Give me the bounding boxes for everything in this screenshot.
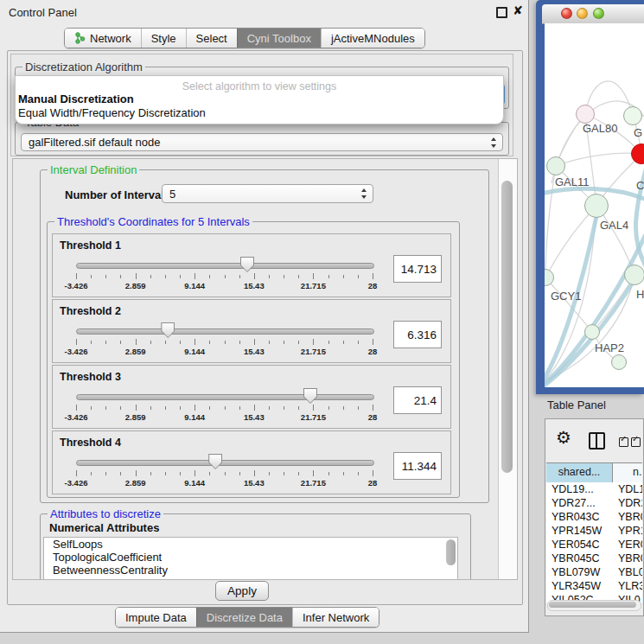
slider-track[interactable] bbox=[76, 328, 374, 335]
tab-infer-network[interactable]: Infer Network bbox=[292, 608, 379, 627]
column-header-shared-name[interactable]: shared... bbox=[546, 463, 613, 482]
algorithm-option-equal-width-frequency-discretization[interactable]: Equal Width/Frequency Discretization bbox=[16, 106, 503, 120]
tab-style[interactable]: Style bbox=[141, 29, 186, 48]
network-node[interactable] bbox=[624, 265, 644, 285]
node-label: G bbox=[634, 126, 642, 139]
slider-track[interactable] bbox=[76, 394, 374, 400]
tab-cyni-toolbox[interactable]: Cyni Toolbox bbox=[237, 29, 321, 48]
network-node[interactable] bbox=[611, 354, 627, 370]
slider-thumb[interactable] bbox=[161, 322, 175, 338]
apply-button[interactable]: Apply bbox=[215, 581, 269, 601]
attributes-listbox[interactable]: SelfLoopsTopologicalCoefficientBetweenne… bbox=[43, 537, 458, 580]
table-row[interactable]: YBR045CYBR0 bbox=[546, 552, 642, 565]
tick-label: -3.426 bbox=[65, 478, 88, 488]
network-window-titlebar bbox=[542, 4, 644, 24]
tick-mark bbox=[180, 406, 181, 410]
network-node[interactable] bbox=[584, 194, 609, 218]
tick-label: 28 bbox=[368, 478, 378, 488]
threshold-list: Threshold 1 -3.4262.8599.14415.4321.7152… bbox=[52, 233, 451, 496]
slider-thumb[interactable] bbox=[208, 454, 222, 469]
tick-mark bbox=[105, 341, 106, 344]
table-cell-name: YBR0 bbox=[613, 552, 642, 565]
table-row[interactable]: YER054CYER0 bbox=[546, 538, 642, 552]
threshold-panel: Threshold 3 -3.4262.8599.14415.4321.7152… bbox=[52, 365, 451, 429]
tick-mark bbox=[136, 470, 137, 476]
gear-icon[interactable]: ⚙ bbox=[556, 429, 571, 446]
tab-jactivemnodules[interactable]: jActiveMNodules bbox=[321, 29, 424, 48]
threshold-label: Threshold 3 bbox=[60, 371, 121, 383]
table-cell-name: YER0 bbox=[613, 538, 642, 552]
slider-tick-labels: -3.4262.8599.14415.4321.71528 bbox=[76, 347, 373, 357]
network-node[interactable] bbox=[623, 106, 642, 125]
tick-mark bbox=[343, 472, 344, 475]
list-scrollbar-thumb[interactable] bbox=[446, 539, 456, 565]
table-row[interactable]: YDL19...YDL1 bbox=[546, 482, 642, 496]
checkbox-icon[interactable] bbox=[631, 437, 641, 447]
network-node[interactable] bbox=[584, 324, 600, 340]
algorithm-option-manual-discretization[interactable]: Manual Discretization bbox=[16, 92, 503, 106]
tick-mark bbox=[194, 273, 195, 279]
tab-impute-data[interactable]: Impute Data bbox=[116, 608, 196, 627]
table-row[interactable]: YPR145WYPR1 bbox=[546, 524, 642, 538]
threshold-slider[interactable]: -3.4262.8599.14415.4321.71528 bbox=[76, 325, 373, 358]
node-label: GAL11 bbox=[555, 175, 590, 188]
slider-track[interactable] bbox=[76, 263, 374, 269]
network-node[interactable] bbox=[546, 156, 565, 175]
tab-discretize-data[interactable]: Discretize Data bbox=[196, 608, 292, 627]
control-panel-window: Control Panel ✘ NetworkStyleSelectCyni T… bbox=[0, 0, 529, 633]
checkbox-icon[interactable] bbox=[619, 437, 628, 447]
tick-label: 9.144 bbox=[184, 281, 205, 290]
table-data-combo[interactable]: galFiltered.sif default node bbox=[21, 133, 503, 151]
table-row[interactable]: YBL079WYBL0 bbox=[546, 565, 642, 579]
network-canvas[interactable]: GAL80GGAL11CGAL4GCY1HHAP2 bbox=[545, 23, 644, 387]
table-cell-shared-name: YLR345W bbox=[546, 579, 613, 593]
minimize-traffic-light-icon[interactable] bbox=[577, 8, 588, 19]
slider-tick-labels: -3.4262.8599.14415.4321.71528 bbox=[76, 412, 373, 423]
table-body: YDL19...YDL1YDR27...YDR2YBR043CYBR0YPR14… bbox=[546, 482, 642, 603]
table-cell-shared-name: YPR145W bbox=[546, 524, 613, 538]
threshold-value-field[interactable]: 6.316 bbox=[393, 321, 442, 348]
table-horizontal-scrollbar[interactable] bbox=[547, 600, 641, 611]
network-view-window: GAL80GGAL11CGAL4GCY1HHAP2 bbox=[536, 0, 644, 394]
attribute-item[interactable]: TopologicalCoefficient bbox=[44, 551, 457, 564]
table-row[interactable]: YBR043CYBR0 bbox=[546, 510, 642, 524]
network-node[interactable] bbox=[576, 105, 595, 124]
tab-select[interactable]: Select bbox=[186, 29, 237, 48]
tick-mark bbox=[209, 472, 210, 475]
close-icon[interactable]: ✘ bbox=[513, 3, 523, 17]
threshold-slider[interactable]: -3.4262.8599.14415.4321.71528 bbox=[76, 391, 373, 424]
table-row[interactable]: YDR27...YDR2 bbox=[546, 496, 642, 510]
zoom-traffic-light-icon[interactable] bbox=[593, 8, 604, 19]
number-of-intervals-combo[interactable]: 5 bbox=[162, 184, 373, 203]
threshold-value-field[interactable]: 11.344 bbox=[393, 452, 442, 480]
columns-icon[interactable] bbox=[589, 432, 605, 450]
close-traffic-light-icon[interactable] bbox=[561, 8, 572, 19]
attribute-item[interactable]: SelfLoops bbox=[44, 538, 457, 551]
tab-network[interactable]: Network bbox=[65, 29, 141, 48]
threshold-slider[interactable]: -3.4262.8599.14415.4321.71528 bbox=[76, 456, 373, 489]
table-cell-name: YPR1 bbox=[613, 524, 642, 538]
slider-thumb[interactable] bbox=[240, 257, 254, 272]
tick-mark bbox=[328, 341, 329, 344]
tick-mark bbox=[165, 406, 166, 410]
table-cell-shared-name: YDR27... bbox=[546, 496, 613, 510]
tick-label: 2.859 bbox=[125, 281, 146, 290]
attribute-item[interactable]: BetweennessCentrality bbox=[44, 564, 457, 577]
slider-track[interactable] bbox=[76, 460, 374, 466]
column-header-name[interactable]: n... bbox=[613, 463, 642, 482]
panel-scrollbar-thumb[interactable] bbox=[501, 181, 513, 473]
panel-scrollbar[interactable] bbox=[498, 159, 517, 579]
table-panel-title: Table Panel bbox=[547, 399, 606, 411]
number-of-intervals-row: Number of Intervals 5 bbox=[41, 184, 488, 205]
threshold-panel: Threshold 2 -3.4262.8599.14415.4321.7152… bbox=[52, 299, 451, 363]
algorithm-dropdown-popup: Select algorithm to view settings Manual… bbox=[15, 75, 504, 124]
threshold-value-field[interactable]: 14.713 bbox=[393, 255, 442, 283]
table-row[interactable]: YLR345WYLR3 bbox=[546, 579, 642, 593]
slider-thumb[interactable] bbox=[303, 388, 317, 404]
float-window-icon[interactable] bbox=[496, 7, 507, 18]
table-horizontal-scrollbar-thumb[interactable] bbox=[549, 602, 636, 608]
threshold-slider[interactable]: -3.4262.8599.14415.4321.71528 bbox=[76, 259, 373, 292]
threshold-value-field[interactable]: 21.4 bbox=[393, 386, 442, 414]
group-title: Interval Definition bbox=[48, 163, 139, 176]
threshold-label: Threshold 2 bbox=[60, 305, 121, 317]
